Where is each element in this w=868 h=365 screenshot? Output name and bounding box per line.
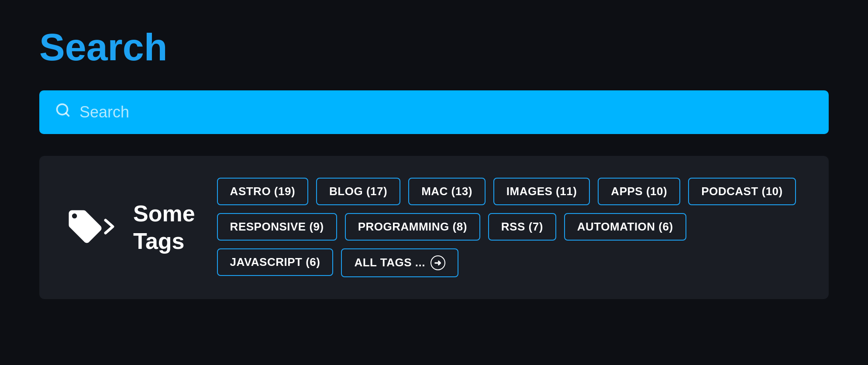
tag-rss[interactable]: RSS (7) — [488, 213, 556, 241]
tags-section: SomeTags ASTRO (19) BLOG (17) MAC (13) I… — [39, 156, 829, 299]
tag-blog[interactable]: BLOG (17) — [316, 178, 400, 205]
search-icon — [55, 102, 71, 122]
tag-programming[interactable]: PROGRAMMING (8) — [345, 213, 480, 241]
search-input[interactable] — [79, 103, 813, 121]
all-tags-label: ALL TAGS ... — [354, 256, 425, 269]
tags-section-label: SomeTags — [133, 200, 195, 255]
tag-javascript[interactable]: JAVASCRIPT (6) — [217, 248, 334, 276]
all-tags-arrow-icon: ➜ — [431, 255, 445, 270]
tag-mac[interactable]: MAC (13) — [408, 178, 486, 205]
tag-apps[interactable]: APPS (10) — [598, 178, 680, 205]
page-title: Search — [39, 26, 829, 69]
tag-astro[interactable]: ASTRO (19) — [217, 178, 308, 205]
tag-images[interactable]: IMAGES (11) — [493, 178, 590, 205]
tag-automation[interactable]: AUTOMATION (6) — [564, 213, 686, 241]
search-bar-container — [39, 90, 829, 134]
tags-container: ASTRO (19) BLOG (17) MAC (13) IMAGES (11… — [217, 178, 803, 277]
svg-line-1 — [66, 113, 69, 116]
tag-podcast[interactable]: PODCAST (10) — [688, 178, 796, 205]
tag-responsive[interactable]: RESPONSIVE (9) — [217, 213, 337, 241]
tags-icon-area: SomeTags — [65, 200, 195, 255]
tag-arrow-icon — [98, 216, 120, 239]
all-tags-button[interactable]: ALL TAGS ... ➜ — [341, 248, 458, 277]
